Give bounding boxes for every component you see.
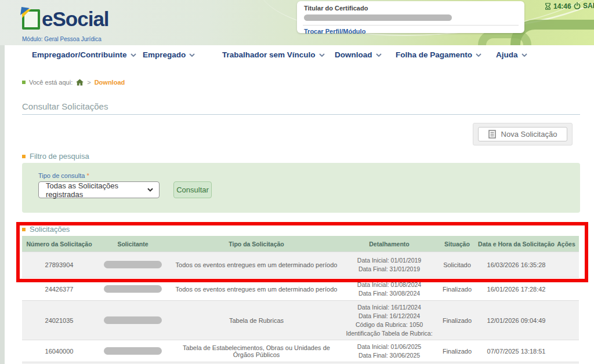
request-detail: Data Inicial: 01/01/2019 Data Final: 31/… <box>343 252 435 277</box>
redacted-solicitante <box>104 347 162 355</box>
power-icon <box>573 2 581 10</box>
nav-ajuda[interactable]: Ajuda <box>496 50 527 59</box>
breadcrumb-current[interactable]: Download <box>95 79 125 86</box>
section-bullet <box>22 228 26 231</box>
status-value: Finalizado <box>435 301 479 340</box>
table-row: 24426377 Todos os eventos entregues em u… <box>22 277 579 300</box>
breadcrumb-bullet <box>22 81 26 84</box>
request-datetime: 12/01/2026 09:04:49 <box>479 301 553 340</box>
chevron-down-icon <box>147 188 153 192</box>
module-subtitle: Módulo: Geral Pessoa Jurídica <box>22 36 102 42</box>
window-left-strip <box>0 45 5 364</box>
actions-cell <box>553 340 579 362</box>
breadcrumb-prefix: Você está aqui: <box>29 79 73 86</box>
request-type: Todos os eventos entregues em um determi… <box>169 278 343 300</box>
nav-download[interactable]: Download <box>335 50 382 59</box>
document-icon <box>488 130 496 139</box>
nav-trabalhador-sem-vinculo[interactable]: Trabalhador sem Vínculo <box>222 50 325 59</box>
chevron-down-icon <box>189 53 195 57</box>
col-tipo: Tipo da Solicitação <box>169 236 343 252</box>
redacted-certificate-name <box>304 14 452 21</box>
new-request-container: Nova Solicitação <box>473 123 573 145</box>
nav-empregado[interactable]: Empregado <box>143 50 195 59</box>
request-number: 24021035 <box>22 301 96 340</box>
actions-cell <box>553 301 579 340</box>
request-number: 16040000 <box>22 340 96 362</box>
chevron-down-icon <box>476 53 481 57</box>
col-numero: Número da Solicitação <box>22 236 96 252</box>
table-row: 27893904 Todos os eventos entregues em u… <box>22 252 579 277</box>
home-icon[interactable] <box>76 79 84 86</box>
query-type-select[interactable]: Todas as Solicitações registradas <box>38 181 160 198</box>
esocial-page: eSocial Módulo: Geral Pessoa Jurídica Ti… <box>0 0 594 364</box>
session-time-value: 14:46 <box>553 2 571 10</box>
nav-folha-de-pagamento[interactable]: Folha de Pagamento <box>396 50 481 59</box>
redacted-solicitante <box>104 261 162 268</box>
col-acoes: Ações <box>553 236 579 252</box>
page-title: Consultar Solicitações <box>22 101 108 111</box>
request-number: 27893904 <box>22 252 96 277</box>
divider <box>303 25 519 26</box>
actions-cell <box>553 278 579 300</box>
solicitacoes-table: Número da Solicitação Solicitante Tipo d… <box>22 236 579 364</box>
status-value: Solicitado <box>435 252 479 277</box>
col-detalhamento: Detalhamento <box>343 236 435 252</box>
logo-text: eSocial <box>42 9 109 28</box>
redacted-solicitante <box>104 285 162 293</box>
query-type-label: Tipo de consulta * <box>38 172 89 179</box>
breadcrumb-separator: > <box>87 79 90 86</box>
table-row-partial <box>22 362 579 364</box>
table-header-row: Número da Solicitação Solicitante Tipo d… <box>22 236 579 252</box>
request-detail: Data Inicial: 01/06/2025 Data Final: 30/… <box>343 340 435 362</box>
esocial-document-icon <box>22 9 40 30</box>
request-number: 24426377 <box>22 278 96 300</box>
hourglass-icon <box>544 3 552 10</box>
col-data-hora: Data e Hora da Solicitação <box>479 236 553 252</box>
table-section-title: Solicitações <box>22 225 70 234</box>
actions-cell <box>553 252 579 277</box>
filter-section-title: Filtro de pesquisa <box>22 152 89 161</box>
chevron-down-icon <box>376 53 382 57</box>
table-row: 24021035 Tabela de Rubricas Data Inicial… <box>22 300 579 340</box>
esocial-logo: eSocial <box>22 9 109 30</box>
section-bullet <box>22 155 26 158</box>
certificate-holder-label: Titular do Certificado <box>304 5 517 12</box>
request-datetime: 16/01/2026 17:28:42 <box>479 278 553 300</box>
status-value: Finalizado <box>435 278 479 300</box>
logout-button[interactable]: SAIR <box>573 2 594 10</box>
chevron-down-icon <box>319 53 325 57</box>
redacted-solicitante <box>104 316 162 324</box>
breadcrumb: Você está aqui: > Download <box>22 79 125 86</box>
new-request-label: Nova Solicitação <box>501 130 557 139</box>
session-timer: 14:46 <box>544 2 571 10</box>
main-navigation: Empregador/Contribuinte Empregado Trabal… <box>5 45 594 66</box>
request-datetime: 16/03/2026 16:35:28 <box>479 252 553 277</box>
chevron-down-icon <box>131 53 136 57</box>
consultar-button[interactable]: Consultar <box>173 181 212 198</box>
app-header: eSocial Módulo: Geral Pessoa Jurídica Ti… <box>0 0 594 45</box>
request-datetime: 07/07/2025 13:18:51 <box>479 340 553 362</box>
title-divider <box>22 114 580 115</box>
status-value: Finalizado <box>435 340 479 362</box>
new-request-button[interactable]: Nova Solicitação <box>478 127 567 141</box>
request-detail: Data Inicial: 16/11/2024 Data Final: 16/… <box>343 301 435 340</box>
nav-empregador-contribuinte[interactable]: Empregador/Contribuinte <box>32 50 136 59</box>
logout-label: SAIR <box>583 2 594 10</box>
chevron-down-icon <box>521 53 527 57</box>
certificate-card: Titular do Certificado Trocar Perfil/Mód… <box>297 1 524 33</box>
col-solicitante: Solicitante <box>96 236 169 252</box>
table-row: 16040000 Tabela de Estabelecimentos, Obr… <box>22 340 579 362</box>
request-type: Todos os eventos entregues em um determi… <box>169 252 343 277</box>
col-situacao: Situação <box>435 236 479 252</box>
request-type: Tabela de Estabelecimentos, Obras ou Uni… <box>169 340 343 362</box>
change-profile-link[interactable]: Trocar Perfil/Módulo <box>304 28 365 35</box>
query-type-selected-value: Todas as Solicitações registradas <box>46 181 147 199</box>
request-detail: Data Inicial: 01/08/2024 Data Final: 30/… <box>343 278 435 300</box>
required-asterisk: * <box>86 172 89 179</box>
request-type: Tabela de Rubricas <box>169 301 343 340</box>
